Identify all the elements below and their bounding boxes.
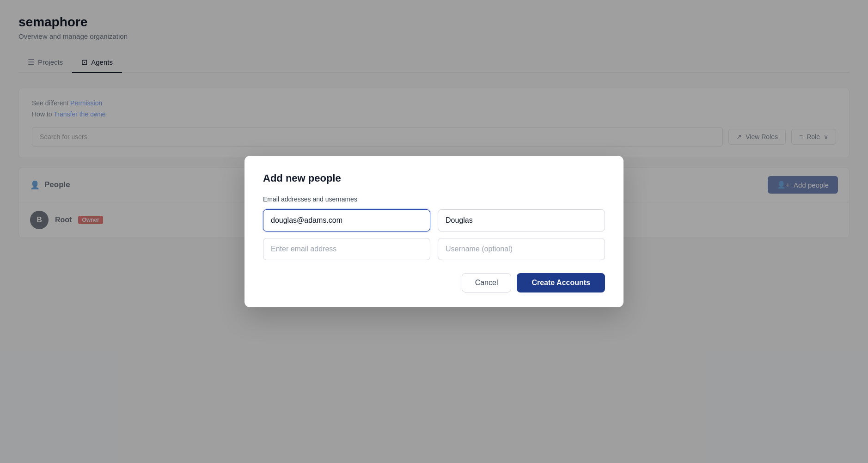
modal-dialog: Add new people Email addresses and usern… <box>245 156 623 307</box>
username-field-2[interactable] <box>438 238 605 260</box>
modal-overlay: Add new people Email addresses and usern… <box>0 0 868 463</box>
username-field-1[interactable] <box>438 209 605 232</box>
email-field-2[interactable] <box>263 238 430 260</box>
modal-actions: Cancel Create Accounts <box>263 273 605 292</box>
modal-row-2 <box>263 238 605 260</box>
modal-title: Add new people <box>263 172 605 184</box>
cancel-button[interactable]: Cancel <box>462 273 512 292</box>
create-accounts-button[interactable]: Create Accounts <box>517 273 605 292</box>
modal-row-1 <box>263 209 605 232</box>
modal-label: Email addresses and usernames <box>263 195 605 203</box>
email-field-1[interactable] <box>263 209 430 232</box>
